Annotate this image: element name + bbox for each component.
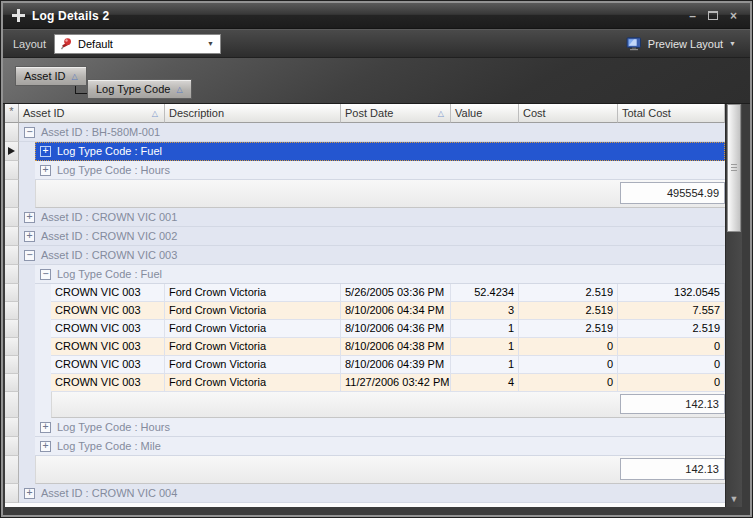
preview-layout-button[interactable]: Preview Layout ▼ xyxy=(622,35,740,53)
expand-icon[interactable]: + xyxy=(40,441,51,452)
data-row[interactable]: CROWN VIC 003Ford Crown Victoria8/10/200… xyxy=(5,302,725,320)
data-cell[interactable]: 3 xyxy=(451,302,519,320)
data-cell[interactable]: 8/10/2006 04:38 PM xyxy=(341,338,451,356)
group-row-crown-vic-003[interactable]: −Asset ID : CROWN VIC 003 xyxy=(19,246,725,265)
data-cell[interactable]: 8/10/2006 04:39 PM xyxy=(341,356,451,374)
expand-icon[interactable]: + xyxy=(24,212,35,223)
expand-icon[interactable]: + xyxy=(24,231,35,242)
maximize-button[interactable] xyxy=(708,11,718,20)
column-header-label: Total Cost xyxy=(622,107,671,119)
column-header-total-cost[interactable]: Total Cost xyxy=(618,104,725,123)
data-cell[interactable]: Ford Crown Victoria xyxy=(165,374,341,392)
data-cell[interactable]: 11/27/2006 03:42 PM xyxy=(341,374,451,392)
data-cell[interactable]: 0 xyxy=(618,374,725,392)
group-row[interactable]: −Log Type Code : Fuel xyxy=(5,265,725,284)
column-header-label: Value xyxy=(455,107,482,119)
layout-combobox[interactable]: Default ▼ xyxy=(54,34,221,54)
data-cell[interactable]: Ford Crown Victoria xyxy=(165,356,341,374)
group-row[interactable]: −Asset ID : BH-580M-001 xyxy=(5,123,725,142)
data-cell[interactable]: Ford Crown Victoria xyxy=(165,320,341,338)
data-cell[interactable]: CROWN VIC 003 xyxy=(51,338,165,356)
data-cell[interactable]: 2.519 xyxy=(519,320,618,338)
group-row[interactable]: +Asset ID : CROWN VIC 001 xyxy=(5,208,725,227)
group-connector-line xyxy=(75,85,87,94)
layout-combobox-value: Default xyxy=(78,38,202,50)
data-cell[interactable]: 8/10/2006 04:34 PM xyxy=(341,302,451,320)
preview-dropdown-icon[interactable]: ▼ xyxy=(729,40,736,47)
data-cell[interactable]: 2.519 xyxy=(618,320,725,338)
data-cell[interactable]: 0 xyxy=(519,356,618,374)
data-cell[interactable]: CROWN VIC 003 xyxy=(51,302,165,320)
group-row[interactable]: +Asset ID : CROWN VIC 004 xyxy=(5,484,725,503)
group-indent-strip xyxy=(19,456,35,484)
group-row-crown-vic-001[interactable]: +Asset ID : CROWN VIC 001 xyxy=(19,208,725,227)
expand-icon[interactable]: + xyxy=(40,165,51,176)
data-cell[interactable]: 0 xyxy=(618,356,725,374)
row-indicator-cell xyxy=(5,418,19,437)
scrollbar-thumb[interactable] xyxy=(727,104,741,232)
group-row[interactable]: −Asset ID : CROWN VIC 003 xyxy=(5,246,725,265)
data-cell[interactable]: 0 xyxy=(618,338,725,356)
expand-icon[interactable]: + xyxy=(40,422,51,433)
group-row-mile[interactable]: +Log Type Code : Mile xyxy=(35,437,725,456)
data-cell[interactable]: CROWN VIC 003 xyxy=(51,356,165,374)
expand-icon[interactable]: + xyxy=(40,146,51,157)
group-row-hours[interactable]: +Log Type Code : Hours xyxy=(35,418,725,437)
collapse-icon[interactable]: − xyxy=(40,269,51,280)
expand-icon[interactable]: + xyxy=(24,488,35,499)
group-button-label: Log Type Code xyxy=(96,83,170,95)
data-cell[interactable]: Ford Crown Victoria xyxy=(165,284,341,302)
data-cell[interactable]: 2.519 xyxy=(519,284,618,302)
group-row[interactable]: +Log Type Code : Fuel xyxy=(5,142,725,161)
column-header-value[interactable]: Value xyxy=(451,104,519,123)
data-cell[interactable]: 2.519 xyxy=(519,302,618,320)
close-button[interactable]: × xyxy=(730,10,737,22)
minimize-button[interactable]: – xyxy=(689,10,696,22)
data-cell[interactable]: 5/26/2005 03:36 PM xyxy=(341,284,451,302)
data-cell[interactable]: 132.0545 xyxy=(618,284,725,302)
data-cell[interactable]: 4 xyxy=(451,374,519,392)
group-indent-strip xyxy=(19,284,35,302)
data-cell[interactable]: Ford Crown Victoria xyxy=(165,302,341,320)
data-cell[interactable]: 52.4234 xyxy=(451,284,519,302)
data-cell[interactable]: 0 xyxy=(519,374,618,392)
column-header-description[interactable]: Description xyxy=(165,104,341,123)
data-cell[interactable]: 7.557 xyxy=(618,302,725,320)
column-header-post-date[interactable]: Post Date△ xyxy=(341,104,451,123)
data-cell[interactable]: CROWN VIC 003 xyxy=(51,320,165,338)
group-row[interactable]: +Log Type Code : Mile xyxy=(5,437,725,456)
data-cell[interactable]: CROWN VIC 003 xyxy=(51,374,165,392)
row-indicator-cell xyxy=(5,246,19,265)
data-cell[interactable]: CROWN VIC 003 xyxy=(51,284,165,302)
data-row[interactable]: CROWN VIC 003Ford Crown Victoria11/27/20… xyxy=(5,374,725,392)
group-row-crown-vic-004[interactable]: +Asset ID : CROWN VIC 004 xyxy=(19,484,725,503)
data-row[interactable]: CROWN VIC 003Ford Crown Victoria5/26/200… xyxy=(5,284,725,302)
data-row[interactable]: CROWN VIC 003Ford Crown Victoria8/10/200… xyxy=(5,338,725,356)
data-row[interactable]: CROWN VIC 003Ford Crown Victoria8/10/200… xyxy=(5,320,725,338)
scroll-down-arrow-icon[interactable]: ▼ xyxy=(726,494,742,504)
column-header-cost[interactable]: Cost xyxy=(519,104,618,123)
group-row-hours[interactable]: +Log Type Code : Hours xyxy=(35,161,725,180)
data-cell[interactable]: 1 xyxy=(451,320,519,338)
group-row[interactable]: +Log Type Code : Hours xyxy=(5,161,725,180)
group-row-bh-580m-001[interactable]: −Asset ID : BH-580M-001 xyxy=(19,123,725,142)
collapse-icon[interactable]: − xyxy=(24,127,35,138)
group-row-label: Log Type Code : Hours xyxy=(57,164,170,176)
group-button-log-type-code[interactable]: Log Type Code △ xyxy=(87,79,192,99)
group-row-crown-vic-002[interactable]: +Asset ID : CROWN VIC 002 xyxy=(19,227,725,246)
data-cell[interactable]: 1 xyxy=(451,356,519,374)
group-button-asset-id[interactable]: Asset ID △ xyxy=(15,66,87,86)
vertical-scrollbar[interactable]: ▼ xyxy=(725,104,742,507)
group-row[interactable]: +Asset ID : CROWN VIC 002 xyxy=(5,227,725,246)
data-cell[interactable]: 1 xyxy=(451,338,519,356)
column-header-asset-id[interactable]: Asset ID△ xyxy=(19,104,165,123)
data-row[interactable]: CROWN VIC 003Ford Crown Victoria8/10/200… xyxy=(5,356,725,374)
data-cell[interactable]: Ford Crown Victoria xyxy=(165,338,341,356)
collapse-icon[interactable]: − xyxy=(24,250,35,261)
group-row-fuel[interactable]: +Log Type Code : Fuel xyxy=(35,142,725,161)
combobox-dropdown-icon[interactable]: ▼ xyxy=(207,40,216,47)
data-cell[interactable]: 8/10/2006 04:36 PM xyxy=(341,320,451,338)
group-row-fuel[interactable]: −Log Type Code : Fuel xyxy=(35,265,725,284)
data-cell[interactable]: 0 xyxy=(519,338,618,356)
group-row[interactable]: +Log Type Code : Hours xyxy=(5,418,725,437)
